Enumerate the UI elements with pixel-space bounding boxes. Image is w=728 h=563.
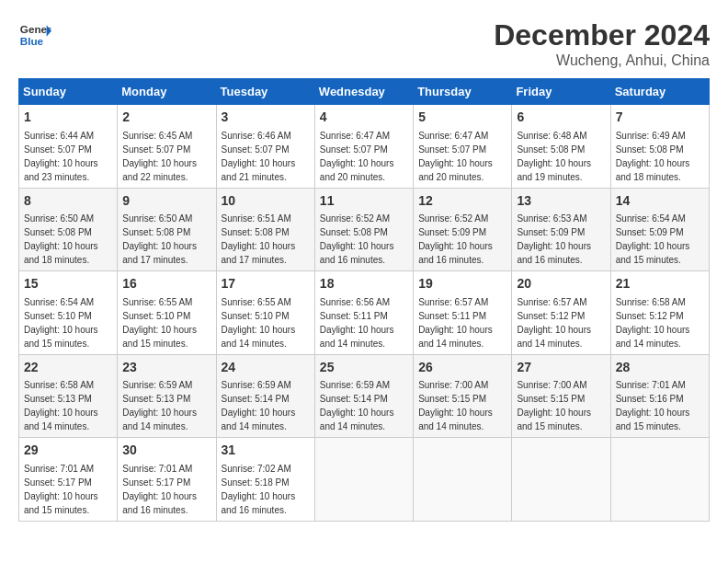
day-info: Sunrise: 7:01 AM Sunset: 5:16 PM Dayligh… (616, 378, 704, 433)
day-number: 9 (122, 192, 210, 211)
day-number: 15 (24, 275, 112, 293)
header-row: Sunday Monday Tuesday Wednesday Thursday… (19, 79, 710, 105)
day-number: 20 (517, 275, 605, 293)
calendar-cell: 24Sunrise: 6:59 AM Sunset: 5:14 PM Dayli… (216, 354, 314, 438)
calendar-cell: 25Sunrise: 6:59 AM Sunset: 5:14 PM Dayli… (314, 354, 413, 438)
calendar-cell: 1Sunrise: 6:44 AM Sunset: 5:07 PM Daylig… (19, 105, 118, 189)
day-info: Sunrise: 6:53 AM Sunset: 5:09 PM Dayligh… (517, 212, 605, 267)
day-info: Sunrise: 6:47 AM Sunset: 5:07 PM Dayligh… (320, 129, 408, 184)
day-number: 3 (222, 109, 310, 127)
day-number: 30 (122, 442, 210, 460)
calendar-cell (512, 438, 610, 522)
calendar-cell (314, 438, 413, 522)
col-monday: Monday (118, 79, 216, 105)
col-wednesday: Wednesday (314, 79, 413, 105)
calendar-cell: 16Sunrise: 6:55 AM Sunset: 5:10 PM Dayli… (118, 271, 216, 355)
svg-text:Blue: Blue (20, 35, 44, 47)
day-info: Sunrise: 7:02 AM Sunset: 5:18 PM Dayligh… (222, 462, 310, 517)
day-number: 24 (222, 359, 310, 377)
day-number: 26 (418, 359, 506, 377)
calendar-cell: 21Sunrise: 6:58 AM Sunset: 5:12 PM Dayli… (610, 271, 709, 355)
day-number: 7 (616, 109, 704, 127)
day-info: Sunrise: 6:58 AM Sunset: 5:12 PM Dayligh… (616, 295, 704, 350)
day-info: Sunrise: 6:52 AM Sunset: 5:09 PM Dayligh… (418, 212, 506, 267)
location-title: Wucheng, Anhui, China (494, 52, 710, 69)
day-number: 18 (320, 275, 408, 293)
day-info: Sunrise: 6:45 AM Sunset: 5:07 PM Dayligh… (122, 129, 210, 184)
day-number: 13 (517, 192, 605, 211)
calendar-table: Sunday Monday Tuesday Wednesday Thursday… (18, 78, 710, 522)
day-number: 16 (122, 275, 210, 293)
calendar-row: 15Sunrise: 6:54 AM Sunset: 5:10 PM Dayli… (19, 271, 710, 355)
calendar-cell: 8Sunrise: 6:50 AM Sunset: 5:08 PM Daylig… (19, 188, 118, 271)
day-info: Sunrise: 6:50 AM Sunset: 5:08 PM Dayligh… (24, 212, 112, 267)
day-number: 23 (122, 359, 210, 377)
calendar-cell (610, 438, 709, 522)
logo: General Blue (18, 18, 51, 52)
day-info: Sunrise: 6:49 AM Sunset: 5:08 PM Dayligh… (616, 129, 704, 184)
calendar-cell: 27Sunrise: 7:00 AM Sunset: 5:15 PM Dayli… (512, 354, 610, 438)
calendar-cell: 9Sunrise: 6:50 AM Sunset: 5:08 PM Daylig… (118, 188, 216, 271)
day-info: Sunrise: 6:52 AM Sunset: 5:08 PM Dayligh… (320, 212, 408, 267)
day-number: 8 (24, 192, 112, 211)
day-info: Sunrise: 6:56 AM Sunset: 5:11 PM Dayligh… (320, 295, 408, 350)
col-friday: Friday (512, 79, 610, 105)
day-info: Sunrise: 7:01 AM Sunset: 5:17 PM Dayligh… (24, 462, 112, 517)
col-saturday: Saturday (610, 79, 709, 105)
day-number: 10 (222, 192, 310, 211)
col-sunday: Sunday (19, 79, 118, 105)
day-info: Sunrise: 6:55 AM Sunset: 5:10 PM Dayligh… (222, 295, 310, 350)
day-number: 19 (418, 275, 506, 293)
day-number: 14 (616, 192, 704, 211)
day-info: Sunrise: 6:54 AM Sunset: 5:09 PM Dayligh… (616, 212, 704, 267)
calendar-cell: 15Sunrise: 6:54 AM Sunset: 5:10 PM Dayli… (19, 271, 118, 355)
day-info: Sunrise: 6:50 AM Sunset: 5:08 PM Dayligh… (122, 212, 210, 267)
calendar-cell: 5Sunrise: 6:47 AM Sunset: 5:07 PM Daylig… (414, 105, 512, 189)
calendar-cell: 7Sunrise: 6:49 AM Sunset: 5:08 PM Daylig… (610, 105, 709, 189)
day-info: Sunrise: 7:00 AM Sunset: 5:15 PM Dayligh… (418, 378, 506, 433)
day-number: 27 (517, 359, 605, 377)
col-thursday: Thursday (414, 79, 512, 105)
calendar-cell: 11Sunrise: 6:52 AM Sunset: 5:08 PM Dayli… (314, 188, 413, 271)
day-info: Sunrise: 6:59 AM Sunset: 5:14 PM Dayligh… (222, 378, 310, 433)
day-number: 29 (24, 442, 112, 460)
title-area: December 2024 Wucheng, Anhui, China (494, 18, 710, 69)
calendar-row: 29Sunrise: 7:01 AM Sunset: 5:17 PM Dayli… (19, 438, 710, 522)
calendar-cell: 6Sunrise: 6:48 AM Sunset: 5:08 PM Daylig… (512, 105, 610, 189)
day-info: Sunrise: 6:55 AM Sunset: 5:10 PM Dayligh… (122, 295, 210, 350)
calendar-row: 8Sunrise: 6:50 AM Sunset: 5:08 PM Daylig… (19, 188, 710, 271)
calendar-cell: 28Sunrise: 7:01 AM Sunset: 5:16 PM Dayli… (610, 354, 709, 438)
day-info: Sunrise: 6:48 AM Sunset: 5:08 PM Dayligh… (517, 129, 605, 184)
day-number: 25 (320, 359, 408, 377)
header: General Blue December 2024 Wucheng, Anhu… (18, 18, 710, 69)
col-tuesday: Tuesday (216, 79, 314, 105)
day-number: 31 (222, 442, 310, 460)
day-number: 21 (616, 275, 704, 293)
day-number: 17 (222, 275, 310, 293)
day-info: Sunrise: 6:44 AM Sunset: 5:07 PM Dayligh… (24, 129, 112, 184)
day-number: 12 (418, 192, 506, 211)
day-number: 1 (24, 109, 112, 127)
day-info: Sunrise: 7:01 AM Sunset: 5:17 PM Dayligh… (122, 462, 210, 517)
calendar-cell: 30Sunrise: 7:01 AM Sunset: 5:17 PM Dayli… (118, 438, 216, 522)
calendar-cell: 31Sunrise: 7:02 AM Sunset: 5:18 PM Dayli… (216, 438, 314, 522)
calendar-cell: 23Sunrise: 6:59 AM Sunset: 5:13 PM Dayli… (118, 354, 216, 438)
day-number: 22 (24, 359, 112, 377)
day-number: 2 (122, 109, 210, 127)
calendar-cell: 20Sunrise: 6:57 AM Sunset: 5:12 PM Dayli… (512, 271, 610, 355)
logo-icon: General Blue (18, 18, 51, 52)
day-info: Sunrise: 6:57 AM Sunset: 5:11 PM Dayligh… (418, 295, 506, 350)
calendar-cell: 17Sunrise: 6:55 AM Sunset: 5:10 PM Dayli… (216, 271, 314, 355)
calendar-cell: 29Sunrise: 7:01 AM Sunset: 5:17 PM Dayli… (19, 438, 118, 522)
day-number: 5 (418, 109, 506, 127)
calendar-cell: 3Sunrise: 6:46 AM Sunset: 5:07 PM Daylig… (216, 105, 314, 189)
day-number: 11 (320, 192, 408, 211)
calendar-cell: 14Sunrise: 6:54 AM Sunset: 5:09 PM Dayli… (610, 188, 709, 271)
calendar-cell: 22Sunrise: 6:58 AM Sunset: 5:13 PM Dayli… (19, 354, 118, 438)
calendar-row: 1Sunrise: 6:44 AM Sunset: 5:07 PM Daylig… (19, 105, 710, 189)
calendar-cell: 26Sunrise: 7:00 AM Sunset: 5:15 PM Dayli… (414, 354, 512, 438)
month-title: December 2024 (494, 18, 710, 52)
calendar-cell: 18Sunrise: 6:56 AM Sunset: 5:11 PM Dayli… (314, 271, 413, 355)
calendar-cell: 4Sunrise: 6:47 AM Sunset: 5:07 PM Daylig… (314, 105, 413, 189)
day-info: Sunrise: 6:46 AM Sunset: 5:07 PM Dayligh… (222, 129, 310, 184)
